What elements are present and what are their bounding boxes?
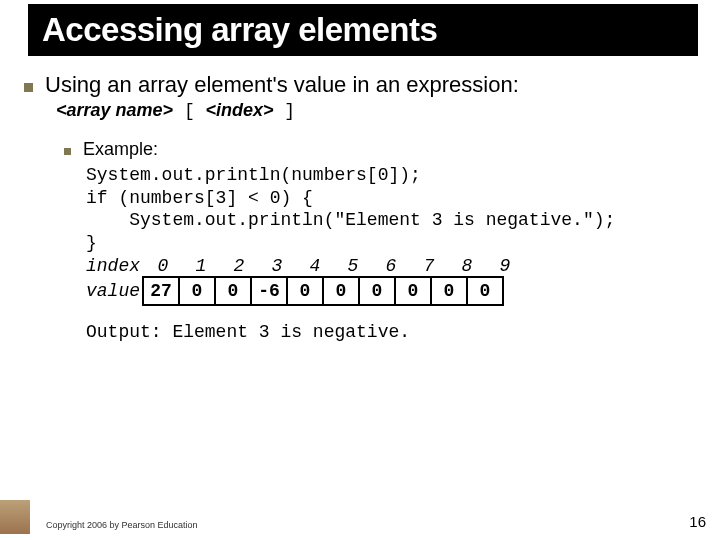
index-cell: 3 [258,256,296,276]
output-line: Output: Element 3 is negative. [86,322,696,342]
index-cell: 5 [334,256,372,276]
slide-title: Accessing array elements [42,11,437,49]
value-cell: 0 [178,276,216,306]
index-cell: 8 [448,256,486,276]
square-bullet-icon [64,148,71,155]
value-label: value [86,281,144,301]
bullet1-text: Using an array element's value in an exp… [45,72,519,98]
syntax-lbracket: [ [173,101,205,121]
index-row: index 0 1 2 3 4 5 6 7 8 9 [86,256,696,276]
example-label: Example: [83,139,158,160]
page-number: 16 [689,513,706,530]
index-label: index [86,256,144,276]
code-block: System.out.println(numbers[0]); if (numb… [86,164,696,254]
value-cell: 0 [430,276,468,306]
value-cell: 0 [214,276,252,306]
value-cell: 0 [286,276,324,306]
index-cell: 2 [220,256,258,276]
value-cell: 27 [142,276,180,306]
syntax-rbracket: ] [274,101,296,121]
value-cell: -6 [250,276,288,306]
array-visual: index 0 1 2 3 4 5 6 7 8 9 value 27 0 0 -… [86,256,696,306]
decorative-block [0,500,30,534]
syntax-index: <index> [206,100,274,120]
index-cell: 9 [486,256,524,276]
value-cell: 0 [322,276,360,306]
value-cell: 0 [466,276,504,306]
value-cell: 0 [394,276,432,306]
slide: Accessing array elements Using an array … [0,0,720,540]
value-cell: 0 [358,276,396,306]
index-cell: 7 [410,256,448,276]
copyright-footer: Copyright 2006 by Pearson Education [46,520,198,530]
index-cell: 6 [372,256,410,276]
content-area: Using an array element's value in an exp… [24,72,696,342]
title-bar: Accessing array elements [28,4,698,56]
bullet-level2: Example: [64,139,696,160]
value-row: value 27 0 0 -6 0 0 0 0 0 0 [86,276,696,306]
syntax-arrayname: <array name> [56,100,173,120]
bullet-level1: Using an array element's value in an exp… [24,72,696,98]
index-cell: 1 [182,256,220,276]
index-cell: 4 [296,256,334,276]
index-cell: 0 [144,256,182,276]
syntax-line: <array name> [ <index> ] [56,100,696,121]
square-bullet-icon [24,83,33,92]
